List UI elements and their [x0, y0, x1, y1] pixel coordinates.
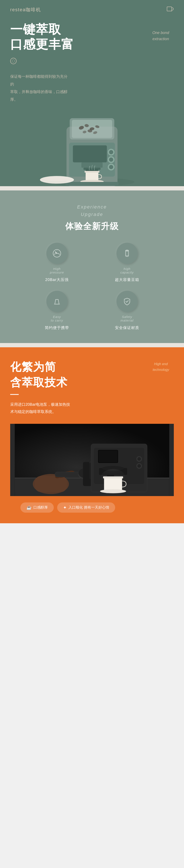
svg-rect-20: [73, 145, 107, 162]
svg-point-72: [137, 464, 141, 468]
product-illustration: [0, 110, 184, 186]
feature-item-pressure: High pressure 20Bar大压强: [28, 243, 86, 282]
cylinder-icon: [122, 248, 132, 258]
trapezoid-icon: [52, 297, 62, 306]
svg-point-75: [101, 469, 125, 485]
cup-icon: [166, 6, 174, 13]
gap-1: [0, 186, 184, 190]
coffee-tag-icon: ☕: [26, 505, 32, 510]
capacity-label-en: high capacity: [120, 267, 134, 274]
svg-rect-24: [86, 171, 98, 181]
svg-point-29: [44, 177, 70, 181]
svg-rect-47: [35, 476, 67, 492]
features-title-en: Experience Upgrade: [10, 203, 174, 218]
carry-icon-wrap: [46, 291, 67, 312]
feature-item-safety: Safety material 安全保证材质: [98, 291, 156, 330]
coffee-machine-svg: [32, 110, 152, 186]
svg-marker-40: [55, 300, 59, 304]
feature-item-capacity: high capacity 超大容量豆箱: [98, 243, 156, 282]
gap-2: [0, 343, 184, 347]
top-bar: restea咖啡机: [0, 0, 184, 18]
shield-check-icon: [122, 297, 132, 306]
bottom-tags: ☕ 口感醇厚 ✦ 入口顺化 拥有一天好心情: [10, 496, 174, 523]
capacity-icon-wrap: [117, 243, 138, 264]
hero-divider-icon: [10, 58, 17, 64]
features-grid: High pressure 20Bar大压强 high capacity 超大容…: [28, 243, 156, 330]
svg-rect-0: [167, 7, 172, 11]
features-section: Experience Upgrade 体验全新升级: [0, 190, 184, 343]
pressure-icon-wrap: [46, 243, 67, 264]
bottom-tag-2-text: 入口顺化 拥有一天好心情: [68, 505, 109, 510]
svg-point-32: [57, 253, 58, 254]
brand-name: restea咖啡机: [10, 7, 41, 13]
tagline-cn-line1: 一键萃取: [10, 22, 174, 37]
capacity-label-cn: 超大容量豆箱: [115, 277, 139, 282]
pressure-label-cn: 20Bar大压强: [45, 277, 69, 282]
pressure-label-en: High pressure: [50, 267, 64, 274]
tagline-cn-line2: 口感更丰富: [10, 37, 174, 52]
tech-title-en: High end technology: [153, 361, 169, 373]
bottom-tag-1: ☕ 口感醇厚: [21, 502, 54, 513]
tech-desc: 采用进口20Bar电池泵，极速加热技 术与稳定的咖啡萃取系统。: [10, 401, 121, 415]
svg-rect-25: [85, 171, 99, 173]
feature-item-carry: Easy to carry 简约便于携带: [28, 291, 86, 330]
svg-point-19: [109, 165, 113, 169]
safety-label-cn: 安全保证材质: [115, 325, 139, 330]
safety-icon-wrap: [117, 291, 138, 312]
gauge-icon: [52, 248, 62, 258]
tech-title-cn-1: 化繁为简: [10, 360, 174, 374]
svg-rect-74: [99, 451, 118, 463]
svg-point-17: [109, 157, 113, 162]
svg-rect-27: [65, 182, 119, 186]
hero-desc: 保证每一杯咖啡都能得到较为充分的 萃取，并释放咖啡的香味，口感醇厚。: [0, 70, 81, 110]
carry-label-en: Easy to carry: [51, 315, 63, 322]
tech-divider: [10, 394, 19, 395]
svg-point-70: [137, 457, 141, 461]
safety-label-en: Safety material: [120, 315, 133, 322]
bottom-tag-2: ✦ 入口顺化 拥有一天好心情: [57, 502, 115, 513]
svg-point-68: [100, 489, 126, 493]
features-title-cn: 体验全新升级: [10, 220, 174, 232]
svg-rect-23: [86, 170, 98, 171]
tech-section: 化繁为简 含萃取技术 High end technology 采用进口20Bar…: [0, 347, 184, 523]
carry-label-cn: 简约便于携带: [45, 325, 69, 330]
star-tag-icon: ✦: [63, 505, 67, 510]
tagline-en: One bond extraction: [152, 30, 169, 42]
tech-title-cn-2: 含萃取技术: [10, 376, 174, 390]
svg-point-15: [109, 150, 113, 154]
tech-photo-svg: [10, 424, 174, 496]
bottom-tag-1-text: 口感醇厚: [33, 505, 48, 510]
tech-photo: [10, 424, 174, 496]
hero-section: restea咖啡机 一键萃取 口感更丰富 One bond extraction…: [0, 0, 184, 186]
